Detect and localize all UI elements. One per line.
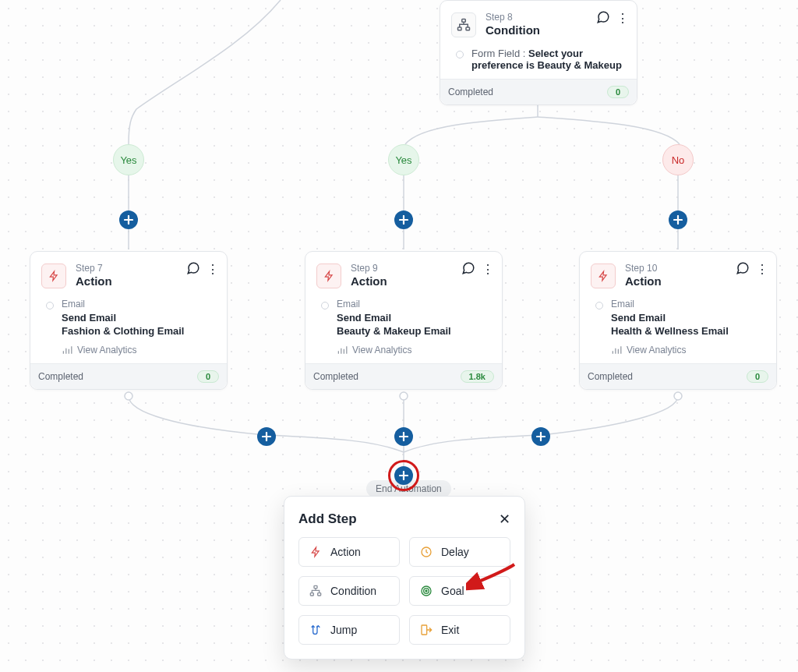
count-badge: 0 [747, 370, 768, 383]
flash-icon [41, 263, 66, 288]
view-analytics-link[interactable]: View Analytics [41, 345, 216, 355]
type-label: Email [611, 299, 765, 309]
action-line: Health & Wellness Email [611, 324, 765, 338]
action-card[interactable]: Step 10 Action ⋮ Email Send Email Health… [579, 251, 777, 390]
flash-icon [316, 263, 341, 288]
comment-icon[interactable] [736, 261, 750, 278]
svg-point-0 [125, 392, 132, 400]
more-icon[interactable]: ⋮ [207, 263, 219, 276]
option-goal[interactable]: Goal [409, 576, 510, 606]
action-line: Send Email [611, 311, 765, 325]
add-step-button[interactable] [257, 427, 276, 446]
add-step-button[interactable] [531, 427, 550, 446]
action-line: Send Email [62, 311, 216, 325]
branch-icon [451, 12, 476, 37]
branch-icon [309, 585, 323, 597]
count-badge: 0 [607, 86, 629, 98]
completed-label: Completed [448, 87, 493, 97]
svg-rect-8 [310, 593, 313, 596]
completed-label: Completed [588, 371, 633, 382]
action-line: Fashion & Clothing Email [62, 324, 216, 338]
svg-rect-7 [314, 585, 317, 588]
condition-card[interactable]: Step 8 Condition ⋮ Form Field : Select y… [440, 0, 637, 105]
type-label: Email [62, 299, 216, 309]
svg-point-12 [425, 590, 427, 592]
jump-icon [309, 624, 323, 636]
add-step-button-highlighted[interactable] [394, 466, 413, 485]
type-label: Email [337, 299, 491, 309]
option-condition[interactable]: Condition [298, 576, 400, 606]
svg-point-2 [674, 392, 682, 400]
condition-text: Form Field : Select your preference is B… [471, 48, 626, 71]
svg-rect-9 [318, 593, 321, 596]
completed-label: Completed [313, 371, 358, 382]
comment-icon[interactable] [461, 261, 475, 278]
action-card[interactable]: Step 9 Action ⋮ Email Send Email Beauty … [305, 251, 503, 390]
comment-icon[interactable] [186, 261, 200, 278]
completed-label: Completed [38, 371, 83, 382]
add-step-button[interactable] [669, 210, 687, 229]
view-analytics-link[interactable]: View Analytics [591, 345, 765, 355]
option-delay[interactable]: Delay [409, 537, 510, 567]
svg-rect-3 [462, 19, 466, 22]
more-icon[interactable]: ⋮ [482, 263, 494, 276]
add-step-button[interactable] [119, 210, 138, 229]
count-badge: 0 [197, 370, 219, 383]
target-icon [419, 585, 433, 597]
yes-badge: Yes [388, 144, 419, 175]
svg-point-1 [400, 392, 408, 400]
yes-badge: Yes [113, 144, 144, 175]
add-step-popover: Add Step ✕ Action Delay Condition Goal [284, 496, 525, 660]
action-line: Send Email [337, 311, 491, 325]
clock-icon [419, 546, 433, 558]
svg-rect-4 [458, 27, 462, 30]
action-card[interactable]: Step 7 Action ⋮ Email Send Email Fashion… [30, 251, 228, 390]
option-exit[interactable]: Exit [409, 615, 510, 645]
svg-rect-5 [466, 27, 470, 30]
exit-icon [419, 624, 433, 636]
popover-title: Add Step [298, 511, 357, 527]
flash-icon [591, 263, 616, 288]
option-jump[interactable]: Jump [298, 615, 400, 645]
more-icon[interactable]: ⋮ [616, 12, 629, 25]
add-step-button[interactable] [394, 210, 413, 229]
view-analytics-link[interactable]: View Analytics [316, 345, 491, 355]
option-action[interactable]: Action [298, 537, 400, 567]
no-badge: No [662, 144, 694, 175]
action-line: Beauty & Makeup Email [337, 324, 491, 338]
add-step-button[interactable] [394, 427, 413, 446]
flash-icon [309, 546, 323, 558]
close-icon[interactable]: ✕ [499, 511, 510, 528]
more-icon[interactable]: ⋮ [756, 263, 768, 276]
comment-icon[interactable] [596, 10, 610, 27]
svg-rect-13 [422, 625, 427, 635]
count-badge: 1.8k [461, 370, 494, 383]
